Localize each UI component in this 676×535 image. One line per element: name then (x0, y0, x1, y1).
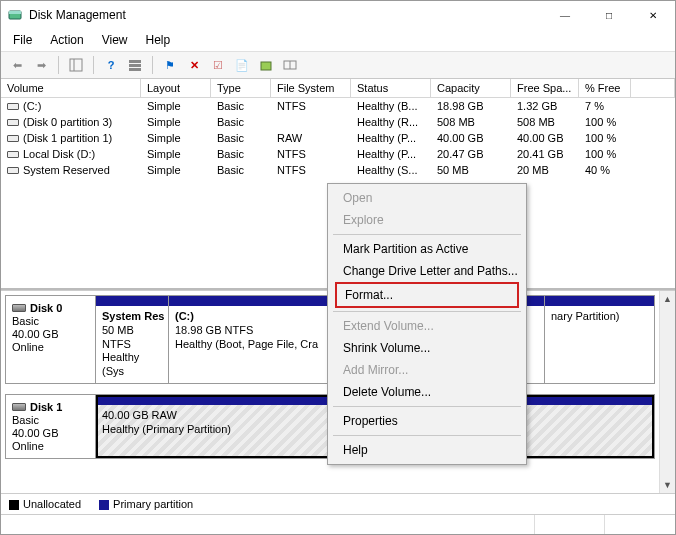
disk-name: Disk 0 (30, 302, 62, 314)
x-icon: ✕ (190, 59, 199, 72)
menu-item-properties[interactable]: Properties (331, 410, 523, 432)
legend-swatch-unallocated (9, 500, 19, 510)
arrow-right-icon: ➡ (37, 59, 46, 72)
menu-item-explore: Explore (331, 209, 523, 231)
list-icon (128, 58, 142, 72)
svg-rect-5 (129, 64, 141, 67)
close-button[interactable]: ✕ (631, 1, 675, 29)
vertical-scrollbar[interactable]: ▲ ▼ (659, 291, 675, 493)
minimize-button[interactable]: — (543, 1, 587, 29)
disk-status: Online (12, 440, 89, 452)
app-icon (7, 7, 23, 23)
volume-name: (Disk 0 partition 3) (23, 116, 112, 128)
partition[interactable]: nary Partition) (544, 296, 654, 383)
toolbar-separator (152, 56, 153, 74)
menu-item-mark-active[interactable]: Mark Partition as Active (331, 238, 523, 260)
menu-item-add-mirror: Add Mirror... (331, 359, 523, 381)
col-type[interactable]: Type (211, 79, 271, 98)
partition-line2: 50 MB NTFS (102, 324, 162, 352)
col-capacity[interactable]: Capacity (431, 79, 511, 98)
menu-item-delete[interactable]: Delete Volume... (331, 381, 523, 403)
menu-view[interactable]: View (94, 31, 136, 49)
forward-button[interactable]: ➡ (31, 55, 51, 75)
menu-item-change-letter[interactable]: Change Drive Letter and Paths... (331, 260, 523, 282)
scroll-up-icon[interactable]: ▲ (660, 291, 675, 307)
col-pctfree[interactable]: % Free (579, 79, 631, 98)
menu-item-help[interactable]: Help (331, 439, 523, 461)
disk-type: Basic (12, 315, 89, 327)
volume-row[interactable]: Local Disk (D:) Simple Basic NTFS Health… (1, 146, 675, 162)
check-icon: ☑ (213, 59, 223, 72)
col-layout[interactable]: Layout (141, 79, 211, 98)
volume-type: Basic (211, 98, 271, 114)
volume-pct: 7 % (579, 98, 631, 114)
volume-name: System Reserved (23, 164, 110, 176)
volume-name: (Disk 1 partition 1) (23, 132, 112, 144)
toolbar: ⬅ ➡ ? ⚑ ✕ ☑ 📄 (1, 51, 675, 79)
partition-line3: nary Partition) (551, 310, 648, 324)
svg-rect-2 (70, 59, 82, 71)
disk-size: 40.00 GB (12, 427, 89, 439)
arrow-left-icon: ⬅ (13, 59, 22, 72)
menu-item-format[interactable]: Format... (337, 284, 517, 306)
grid-icon (283, 58, 297, 72)
partition-bar (96, 296, 168, 306)
refresh-button[interactable]: ⚑ (160, 55, 180, 75)
delete-button[interactable]: ✕ (184, 55, 204, 75)
menu-item-open: Open (331, 187, 523, 209)
menu-item-shrink[interactable]: Shrink Volume... (331, 337, 523, 359)
tree-icon (69, 58, 83, 72)
new-button[interactable]: 📄 (232, 55, 252, 75)
settings-button[interactable] (280, 55, 300, 75)
volume-icon (7, 151, 19, 158)
properties-button[interactable] (256, 55, 276, 75)
volume-layout: Simple (141, 98, 211, 114)
help-button[interactable]: ? (101, 55, 121, 75)
col-status[interactable]: Status (351, 79, 431, 98)
legend-unallocated: Unallocated (23, 498, 81, 510)
col-freespace[interactable]: Free Spa... (511, 79, 579, 98)
volume-icon (7, 103, 19, 110)
maximize-button[interactable]: □ (587, 1, 631, 29)
svg-rect-1 (9, 11, 21, 14)
legend-swatch-primary (99, 500, 109, 510)
menu-bar: File Action View Help (1, 29, 675, 51)
menu-item-extend: Extend Volume... (331, 315, 523, 337)
toolbar-separator (93, 56, 94, 74)
menu-file[interactable]: File (5, 31, 40, 49)
toolbar-separator (58, 56, 59, 74)
legend: Unallocated Primary partition (1, 493, 675, 514)
mark-button[interactable]: ☑ (208, 55, 228, 75)
disk-type: Basic (12, 414, 89, 426)
partition-bar (545, 296, 654, 306)
list-view-button[interactable] (125, 55, 145, 75)
menu-separator (333, 311, 521, 312)
disk-icon (12, 403, 26, 411)
col-filesystem[interactable]: File System (271, 79, 351, 98)
scroll-down-icon[interactable]: ▼ (660, 477, 675, 493)
disk-icon (12, 304, 26, 312)
volume-name: (C:) (23, 100, 41, 112)
volume-row[interactable]: (Disk 1 partition 1) Simple Basic RAW He… (1, 130, 675, 146)
volume-status: Healthy (B... (351, 98, 431, 114)
show-hide-tree-button[interactable] (66, 55, 86, 75)
volume-row[interactable]: System Reserved Simple Basic NTFS Health… (1, 162, 675, 178)
context-menu: Open Explore Mark Partition as Active Ch… (327, 183, 527, 465)
volume-row[interactable]: (Disk 0 partition 3) Simple Basic Health… (1, 114, 675, 130)
volume-icon (7, 119, 19, 126)
col-volume[interactable]: Volume (1, 79, 141, 98)
menu-action[interactable]: Action (42, 31, 91, 49)
flag-icon: ⚑ (165, 59, 175, 72)
volume-name: Local Disk (D:) (23, 148, 95, 160)
disk-name: Disk 1 (30, 401, 62, 413)
volume-icon (7, 167, 19, 174)
back-button[interactable]: ⬅ (7, 55, 27, 75)
volume-fs: NTFS (271, 98, 351, 114)
window-title: Disk Management (29, 8, 543, 22)
volume-row[interactable]: (C:) Simple Basic NTFS Healthy (B... 18.… (1, 98, 675, 114)
volume-capacity: 18.98 GB (431, 98, 511, 114)
status-bar (1, 514, 675, 534)
partition[interactable]: System Res 50 MB NTFS Healthy (Sys (96, 296, 168, 383)
menu-help[interactable]: Help (138, 31, 179, 49)
page-icon: 📄 (235, 59, 249, 72)
